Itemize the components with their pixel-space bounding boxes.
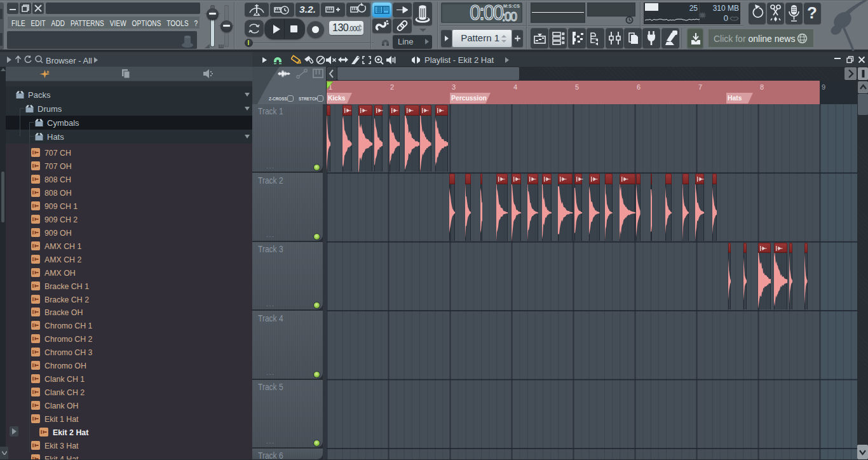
svg-text:3.2.: 3.2. bbox=[299, 4, 316, 15]
svg-text:?: ? bbox=[807, 3, 817, 22]
